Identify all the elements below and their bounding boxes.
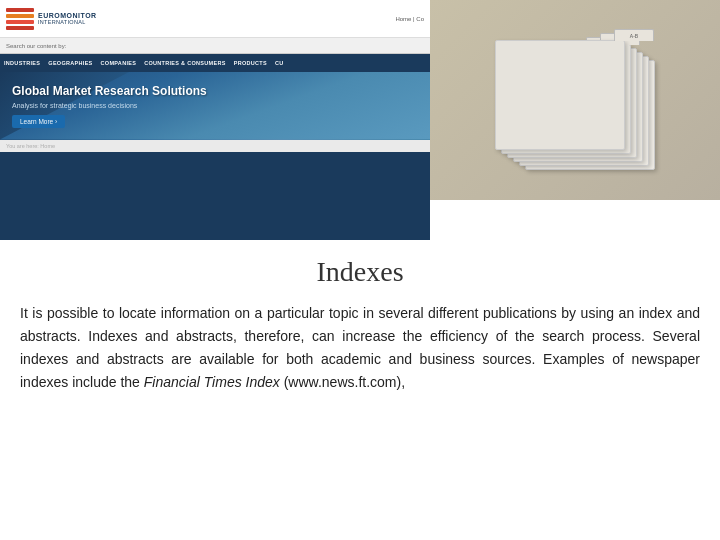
nav-industries[interactable]: INDUSTRIES (4, 60, 40, 66)
nav-products[interactable]: PRODUCTS (234, 60, 267, 66)
top-section: EUROMONITOR INTERNATIONAL Home | Co Sear… (0, 0, 720, 240)
logo-stripes (6, 8, 34, 30)
breadcrumb: You are here: Home (0, 140, 430, 152)
learn-more-button[interactable]: Learn More › (12, 115, 65, 128)
website-screenshot: EUROMONITOR INTERNATIONAL Home | Co Sear… (0, 0, 430, 240)
cards-stack: K-L I-J G-H E-F C-D A-B (495, 30, 655, 170)
body-text-2: (www.news.ft.com), (280, 374, 405, 390)
bottom-section: Indexes It is possible to locate informa… (0, 240, 720, 540)
logo-name-bottom: INTERNATIONAL (38, 19, 97, 25)
section-title: Indexes (20, 256, 700, 288)
header-nav-right: Home | Co (395, 16, 424, 22)
logo-stripe-3 (6, 20, 34, 24)
logo-text: EUROMONITOR INTERNATIONAL (38, 12, 97, 25)
search-label: Search our content by: (6, 43, 66, 49)
hero-subtitle: Analysis for strategic business decision… (12, 102, 418, 109)
card-1: A-B (495, 40, 625, 150)
nav-geographies[interactable]: GEOGRAPHIES (48, 60, 92, 66)
body-paragraph: It is possible to locate information on … (20, 302, 700, 394)
nav-more[interactable]: CU (275, 60, 284, 66)
hero-title: Global Market Research Solutions (12, 84, 418, 100)
logo-stripe-4 (6, 26, 34, 30)
hero-section: Global Market Research Solutions Analysi… (0, 72, 430, 140)
nav-companies[interactable]: COMPANIES (101, 60, 137, 66)
card-container: K-L I-J G-H E-F C-D A-B (430, 0, 720, 200)
site-header: EUROMONITOR INTERNATIONAL Home | Co (0, 0, 430, 38)
logo-area: EUROMONITOR INTERNATIONAL (6, 8, 97, 30)
card-tab-1: A-B (614, 29, 654, 41)
search-bar: Search our content by: (0, 38, 430, 54)
logo-stripe-1 (6, 8, 34, 12)
body-italic: Financial Times Index (144, 374, 280, 390)
logo-stripe-2 (6, 14, 34, 18)
nav-countries[interactable]: COUNTRIES & CONSUMERS (144, 60, 225, 66)
page-container: EUROMONITOR INTERNATIONAL Home | Co Sear… (0, 0, 720, 540)
logo-name-top: EUROMONITOR (38, 12, 97, 19)
nav-bar: INDUSTRIES GEOGRAPHIES COMPANIES COUNTRI… (0, 54, 430, 72)
index-cards-image: K-L I-J G-H E-F C-D A-B (430, 0, 720, 200)
